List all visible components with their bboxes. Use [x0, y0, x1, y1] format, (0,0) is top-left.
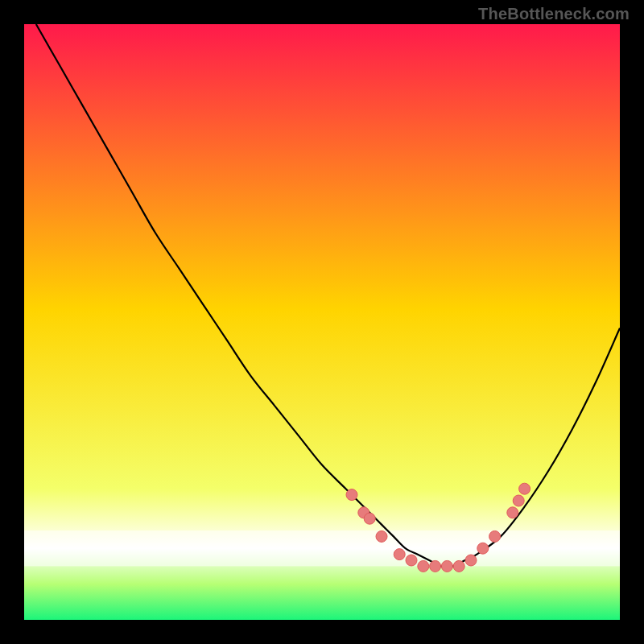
data-dot — [418, 560, 429, 572]
data-dot — [513, 495, 524, 506]
chart-svg — [24, 24, 620, 620]
white-band — [24, 530, 620, 566]
watermark-label: TheBottleneck.com — [478, 5, 630, 23]
data-dot — [346, 489, 357, 501]
data-dot — [441, 560, 452, 572]
data-dot — [364, 513, 375, 524]
data-dot — [465, 555, 477, 566]
chart-frame: TheBottleneck.com — [0, 0, 644, 644]
data-dot — [489, 530, 501, 542]
svg-rect-0 — [24, 530, 620, 566]
data-dot — [394, 549, 405, 560]
data-dot — [453, 560, 464, 572]
data-dot — [406, 555, 417, 566]
plot-area — [24, 24, 620, 620]
data-dot — [519, 483, 530, 494]
data-dot — [376, 530, 387, 542]
data-dot — [477, 543, 489, 554]
data-dot — [430, 560, 441, 572]
data-dot — [507, 507, 518, 518]
